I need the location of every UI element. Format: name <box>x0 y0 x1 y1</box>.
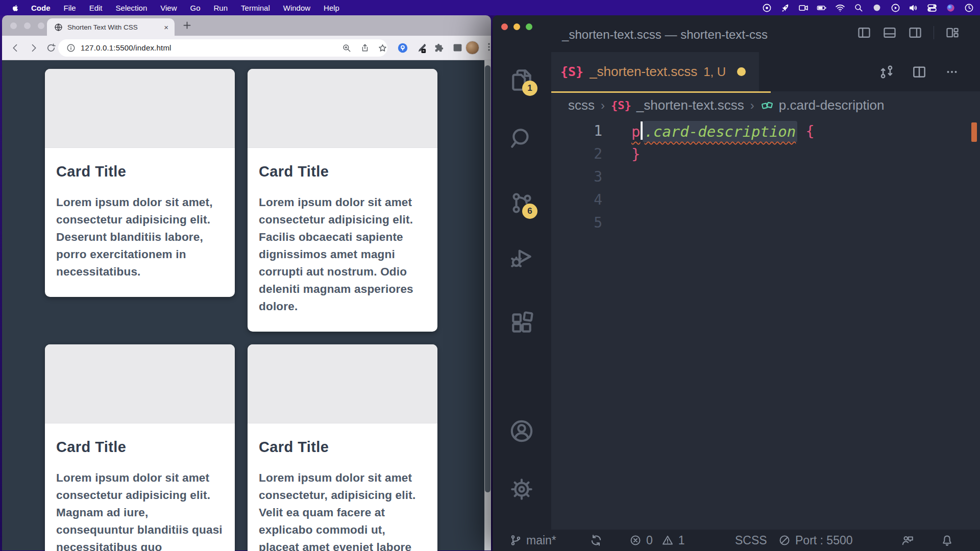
tab-close-icon[interactable]: × <box>164 23 168 32</box>
open-changes-icon[interactable] <box>879 64 894 80</box>
symbol-class-icon <box>761 99 774 112</box>
menu-item-window[interactable]: Window <box>277 0 317 15</box>
menu-item-help[interactable]: Help <box>317 0 346 15</box>
macos-menu-bar: Code File Edit Selection View Go Run Ter… <box>0 0 980 15</box>
window-zoom-button[interactable] <box>38 22 44 29</box>
window-minimize-button[interactable] <box>24 22 31 29</box>
language-mode: SCSS <box>735 534 767 547</box>
address-bar[interactable]: 127.0.0.1:5500/index.html <box>58 39 387 57</box>
browser-tab-title: Shorten Text With CSS <box>67 23 164 31</box>
line-number: 2 <box>551 145 602 162</box>
menu-item-terminal[interactable]: Terminal <box>234 0 277 15</box>
forward-button[interactable] <box>29 43 39 53</box>
card-1: Card Title Lorem ipsum dolor sit amet, c… <box>45 69 235 297</box>
menu-item-run[interactable]: Run <box>207 0 235 15</box>
toggle-primary-sidebar-icon[interactable] <box>857 26 871 40</box>
play-circle-icon[interactable] <box>890 3 900 13</box>
volume-icon[interactable] <box>909 3 919 13</box>
open-brace-token: { <box>805 122 814 140</box>
record-icon[interactable] <box>762 3 772 13</box>
password-manager-extension-icon[interactable] <box>397 42 408 54</box>
menu-item-edit[interactable]: Edit <box>83 0 109 15</box>
customize-layout-icon[interactable] <box>945 26 960 40</box>
breadcrumbs: scss › {S} _shorten-text.scss › p.card-d… <box>551 91 980 119</box>
editor-tab-label: _shorten-text.scss <box>590 64 697 80</box>
account-icon[interactable] <box>509 418 534 444</box>
rocket-icon[interactable] <box>780 3 790 13</box>
menu-item-view[interactable]: View <box>154 0 183 15</box>
breadcrumb-symbol[interactable]: p.card-description <box>779 97 885 113</box>
editor-tab[interactable]: {S} _shorten-text.scss 1, U <box>551 52 759 91</box>
camera-dot-icon[interactable] <box>872 3 882 13</box>
line-number: 1 <box>551 122 602 139</box>
apple-menu-icon[interactable] <box>11 3 19 12</box>
line-number: 3 <box>551 168 602 185</box>
browser-tab[interactable]: Shorten Text With CSS × <box>47 18 175 36</box>
web-page: Card Title Lorem ipsum dolor sit amet, c… <box>2 60 491 550</box>
back-button[interactable] <box>10 43 20 53</box>
card-title: Card Title <box>56 163 224 180</box>
reading-mode-icon[interactable] <box>452 42 463 53</box>
extensions-icon[interactable] <box>509 311 534 336</box>
run-debug-icon[interactable] <box>509 245 534 270</box>
browser-window: Shorten Text With CSS × 127.0.0.1:5500/i… <box>2 15 491 551</box>
zoom-icon[interactable] <box>342 43 351 53</box>
menu-item-code[interactable]: Code <box>24 0 57 15</box>
code-line-4: 4 <box>551 188 980 211</box>
spotlight-search-icon[interactable] <box>853 3 864 13</box>
site-info-icon[interactable] <box>66 43 76 53</box>
notifications-bell-icon[interactable] <box>941 530 953 551</box>
siri-icon[interactable] <box>945 3 955 13</box>
language-mode-item[interactable]: SCSS <box>735 530 767 551</box>
editor-tab-problems: 1, U <box>703 65 726 79</box>
page-scrollbar[interactable] <box>484 60 491 550</box>
card-description: Lorem ipsum dolor sit amet consectetur, … <box>259 469 426 551</box>
explorer-icon[interactable]: 1 <box>509 67 534 93</box>
split-editor-icon[interactable] <box>912 64 927 80</box>
toggle-panel-icon[interactable] <box>883 26 897 40</box>
battery-icon[interactable] <box>817 3 827 13</box>
window-close-button[interactable] <box>10 22 17 29</box>
feedback-item[interactable] <box>901 530 914 551</box>
code-line-2: 2 } <box>551 142 980 165</box>
wifi-icon[interactable] <box>835 3 845 13</box>
settings-gear-icon[interactable] <box>509 477 534 502</box>
breadcrumb-folder[interactable]: scss <box>568 97 595 113</box>
bookmark-star-icon[interactable] <box>378 43 387 53</box>
share-icon[interactable] <box>360 43 370 53</box>
card-2: Card Title Lorem ipsum dolor sit amet co… <box>248 69 437 332</box>
menu-item-go[interactable]: Go <box>184 0 207 15</box>
problems-item[interactable]: 0 1 <box>629 530 685 551</box>
new-tab-button[interactable] <box>182 20 192 31</box>
sync-changes-item[interactable] <box>590 530 603 551</box>
menu-item-file[interactable]: File <box>57 0 83 15</box>
chevron-right-icon: › <box>750 98 754 113</box>
card-description: Lorem ipsum dolor sit amet consectetur a… <box>56 469 224 551</box>
breadcrumb-file[interactable]: _shorten-text.scss <box>636 97 744 113</box>
url-text[interactable]: 127.0.0.1:5500/index.html <box>81 43 172 52</box>
control-center-icon[interactable] <box>927 3 937 13</box>
reload-button[interactable] <box>46 43 56 53</box>
live-server-port-item[interactable]: Port : 5500 <box>778 530 853 551</box>
color-picker-extension-icon[interactable] <box>415 42 427 54</box>
unsaved-changes-dot[interactable] <box>737 67 746 76</box>
toggle-secondary-sidebar-icon[interactable] <box>908 26 922 40</box>
menu-item-selection[interactable]: Selection <box>109 0 154 15</box>
tag-token: p <box>631 123 640 140</box>
card-grid: Card Title Lorem ipsum dolor sit amet, c… <box>45 69 437 551</box>
screen-record-icon[interactable] <box>798 3 808 13</box>
browser-menu-icon[interactable] <box>484 42 491 52</box>
line-number: 5 <box>551 214 602 231</box>
git-branch-item[interactable]: main* <box>509 530 556 551</box>
more-actions-icon[interactable] <box>944 64 960 80</box>
card-title: Card Title <box>56 439 224 456</box>
search-icon[interactable] <box>509 126 534 152</box>
source-control-icon[interactable]: 6 <box>509 190 534 216</box>
vscode-window-title: _shorten-text.scss — shorten-text-css <box>493 28 837 42</box>
code-area[interactable]: 1 p.card-description{ 2 } 3 4 5 <box>551 119 980 234</box>
editor-group[interactable]: {S} _shorten-text.scss 1, U scss › {S} _… <box>551 52 980 530</box>
clock-icon[interactable] <box>964 3 974 13</box>
extensions-puzzle-icon[interactable] <box>434 42 445 54</box>
profile-avatar[interactable] <box>465 41 479 55</box>
scrollbar-thumb[interactable] <box>485 65 491 492</box>
